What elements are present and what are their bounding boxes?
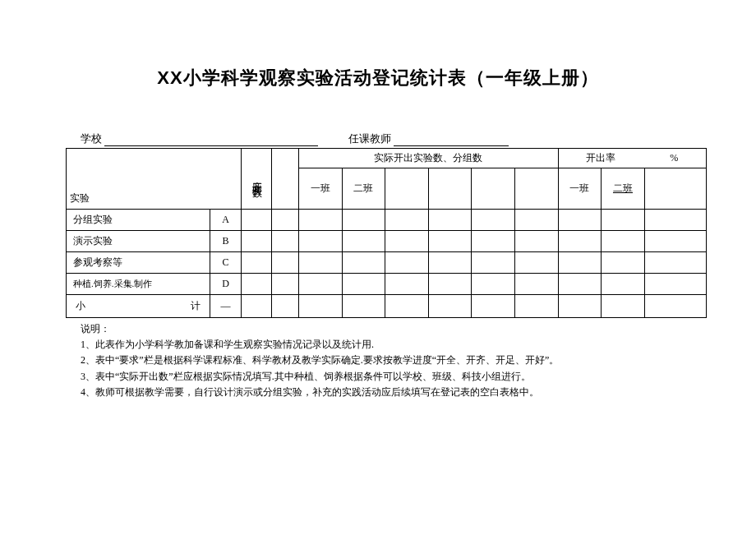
notes-item: 1、此表作为小学科学教加备课和学生观察实验情况记录以及统计用. [81,337,690,353]
corner-cell: 实验 [67,149,242,210]
row-code-1: B [210,231,242,252]
table-row: 种植.饲养.采集.制作 D [67,274,707,295]
row-lab: 实验 [70,192,90,204]
blank-col-1 [272,149,299,210]
col-required: 应开实验数 [241,149,272,210]
subtotal-row: 小 计 — [67,295,707,318]
subtotal-label: 小 计 [67,295,210,318]
table-row: 参观考察等 C [67,252,707,274]
row-name-2: 参观考察等 [67,252,210,274]
actual-blank-3 [472,168,515,210]
actual-class2: 二班 [342,168,385,210]
teacher-blank [394,135,509,146]
notes-section: 说明： 1、此表作为小学科学教加备课和学生观察实验情况记录以及统计用. 2、表中… [66,321,690,400]
header-line: 学校 任课教师 [66,131,690,146]
row-code-3: D [210,274,242,295]
row-code-2: C [210,252,242,274]
actual-blank-1 [385,168,429,210]
subtotal-dash: — [210,295,242,318]
row-name-1: 演示实验 [67,231,210,252]
col-rate-header: 开出率 % [558,149,706,168]
actual-blank-4 [514,168,558,210]
col-actual-header: 实际开出实验数、分组数 [299,149,559,168]
rate-class2: 二班 [602,168,645,210]
row-code-0: A [210,210,242,231]
teacher-label: 任课教师 [348,131,391,146]
notes-item: 4、教师可根据教学需要，自行设计演示或分组实验，补充的实践活动应后续填写在登记表… [81,385,690,400]
school-blank [104,135,318,146]
rate-blank [644,168,706,210]
notes-item: 3、表中“实际开出数”栏应根据实际情况填写.其中种植、饲养根据条件可以学校、班级… [81,369,690,385]
row-name-0: 分组实验 [67,210,210,231]
table-row: 演示实验 B [67,231,707,252]
row-name-3: 种植.饲养.采集.制作 [67,274,210,295]
actual-class1: 一班 [299,168,343,210]
rate-class1: 一班 [558,168,602,210]
stats-table: 实验 应开实验数 实际开出实验数、分组数 开出率 % 一班 二班 一班 二班 [66,148,707,318]
notes-item: 2、表中“要求”栏是根据科学课程标准、科学教材及教学实际确定.要求按教学进度“开… [81,353,690,368]
school-label: 学校 [81,131,102,146]
actual-blank-2 [428,168,472,210]
table-row: 分组实验 A [67,210,707,231]
page-title: XX小学科学观察实验活动登记统计表（一年级上册） [66,66,690,90]
notes-heading: 说明： [81,321,690,337]
